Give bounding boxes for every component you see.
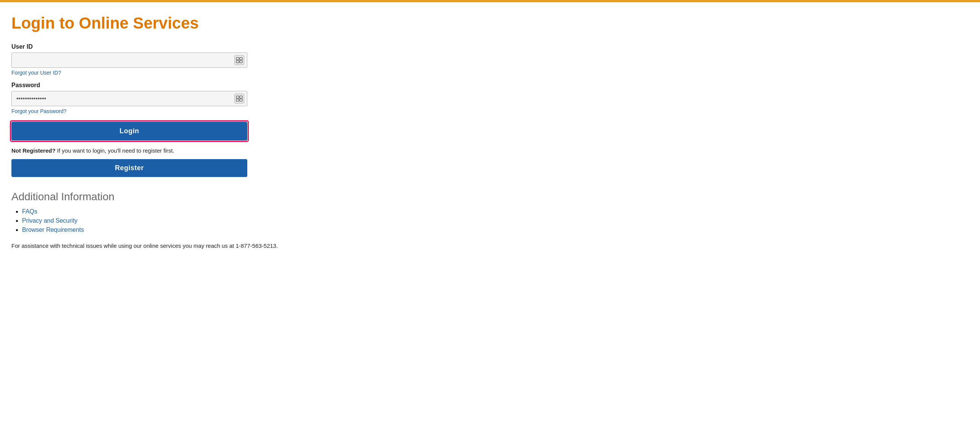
register-button-wrapper: Register (11, 159, 247, 177)
list-item-faqs: FAQs (22, 208, 316, 215)
password-label: Password (11, 82, 308, 89)
not-registered-bold: Not Registered? (11, 147, 56, 154)
password-field-group: Password Forgot your Password? (11, 82, 308, 114)
additional-info-list: FAQs Privacy and Security Browser Requir… (11, 208, 316, 233)
userid-label: User ID (11, 43, 308, 50)
svg-rect-5 (240, 96, 242, 98)
faqs-link[interactable]: FAQs (22, 208, 37, 215)
page-title: Login to Online Services (11, 14, 316, 33)
password-input-wrapper (11, 91, 247, 106)
login-button-wrapper: Login (11, 122, 247, 140)
svg-rect-3 (240, 61, 242, 63)
userid-input[interactable] (11, 53, 247, 68)
additional-info-section: Additional Information FAQs Privacy and … (11, 191, 316, 233)
svg-rect-2 (236, 61, 239, 63)
svg-rect-4 (236, 96, 239, 98)
login-form: User ID Forgot your User ID? Password (11, 43, 308, 177)
page-container: Login to Online Services User ID Forgot … (0, 2, 327, 260)
browser-requirements-link[interactable]: Browser Requirements (22, 226, 84, 233)
userid-field-group: User ID Forgot your User ID? (11, 43, 308, 76)
forgot-password-link[interactable]: Forgot your Password? (11, 108, 308, 114)
password-toggle-icon[interactable] (234, 94, 244, 104)
assistance-text: For assistance with technical issues whi… (11, 242, 316, 249)
forgot-userid-link[interactable]: Forgot your User ID? (11, 70, 308, 76)
svg-rect-7 (240, 99, 242, 101)
not-registered-detail: If you want to login, you'll need to reg… (57, 147, 174, 154)
svg-rect-1 (240, 57, 242, 60)
list-item-privacy: Privacy and Security (22, 217, 316, 224)
userid-input-wrapper (11, 53, 247, 68)
additional-info-title: Additional Information (11, 191, 316, 203)
list-item-browser: Browser Requirements (22, 226, 316, 233)
svg-rect-0 (236, 57, 239, 60)
privacy-security-link[interactable]: Privacy and Security (22, 217, 78, 224)
register-button[interactable]: Register (11, 159, 247, 177)
password-input[interactable] (11, 91, 247, 106)
not-registered-text: Not Registered? If you want to login, yo… (11, 147, 308, 154)
userid-toggle-icon[interactable] (234, 55, 244, 65)
svg-rect-6 (236, 99, 239, 101)
login-button[interactable]: Login (11, 122, 247, 140)
